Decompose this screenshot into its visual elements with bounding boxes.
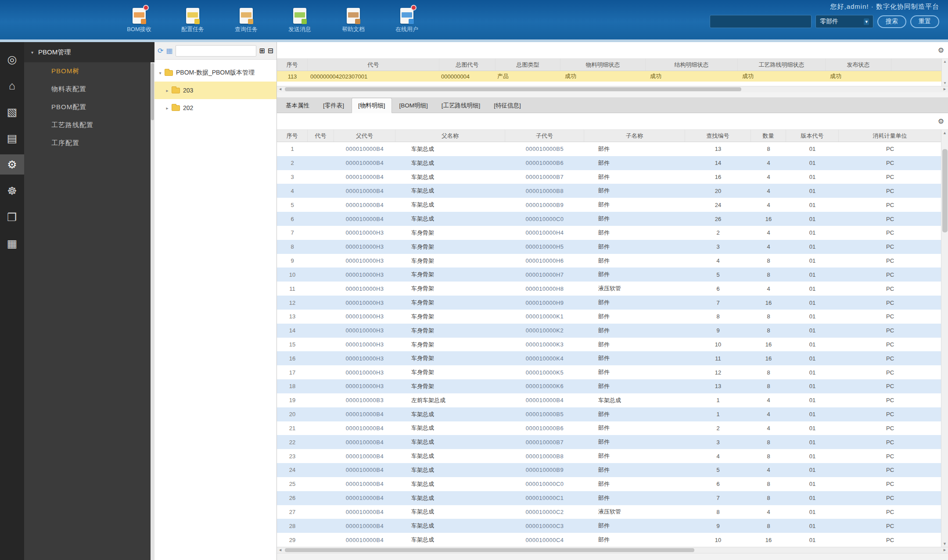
detail-col-5[interactable]: 子名称 — [584, 130, 685, 142]
master-filter-strip[interactable]: ⚙ — [277, 42, 948, 59]
table-row[interactable]: 12000010000H3车身骨架000010000H9部件71601PC — [277, 296, 941, 310]
scroll-down-icon[interactable]: ▼ — [941, 542, 948, 546]
tree-node-203[interactable]: ▸203 — [154, 82, 276, 99]
gear-icon[interactable]: ⚙ — [938, 117, 944, 125]
collapse-all-icon[interactable]: ⊟ — [268, 47, 273, 54]
sidebar-scrollbar[interactable] — [151, 62, 154, 560]
table-row[interactable]: 24000010000B4车架总成000010000B9部件5401PC — [277, 463, 941, 477]
tab-2[interactable]: [物料明细] — [352, 98, 392, 113]
sidebar-item-1[interactable]: 物料表配置 — [24, 80, 154, 98]
detail-col-8[interactable]: 版本代号 — [786, 130, 839, 142]
table-row[interactable]: 14000010000H3车身骨架000010000K2部件9801PC — [277, 324, 941, 338]
tree-caret-icon[interactable]: ▾ — [157, 71, 163, 75]
scroll-right-icon[interactable]: ► — [943, 548, 947, 552]
detail-filter-strip[interactable]: ⚙ — [277, 113, 948, 130]
help-doc-button[interactable]: 帮助文档 — [336, 8, 370, 33]
tab-3[interactable]: [BOM明细] — [393, 98, 434, 113]
master-col-0[interactable]: 序号 — [277, 59, 308, 71]
master-grid-vscroll[interactable]: ▲ ▼ — [941, 59, 948, 86]
detail-grid-vscrollbar[interactable]: ▲ ▼ — [941, 130, 948, 547]
detail-col-1[interactable]: 代号 — [308, 130, 334, 142]
nav-reports[interactable]: ▧ — [0, 102, 24, 122]
table-row[interactable]: 28000010000B4车架总成000010000C3部件9801PC — [277, 519, 941, 533]
detail-col-7[interactable]: 数量 — [751, 130, 786, 142]
table-row[interactable]: 15000010000H3车身骨架000010000K3部件101601PC — [277, 338, 941, 352]
nav-data[interactable]: ▤ — [0, 128, 24, 148]
table-row[interactable]: 22000010000B4车架总成000010000B7部件3801PC — [277, 435, 941, 449]
table-row[interactable]: 21000010000B4车架总成000010000B6部件2401PC — [277, 421, 941, 435]
tree-filter-icon[interactable]: ▦ — [166, 47, 172, 54]
tab-4[interactable]: [工艺路线明细] — [435, 98, 487, 113]
table-row[interactable]: 19000010000B3左前车架总成000010000B4车架总成1401PC — [277, 393, 941, 407]
scroll-left-icon[interactable]: ◄ — [278, 548, 282, 552]
tree-root-node[interactable]: ▾ PBOM-数据_PBOM版本管理 — [154, 64, 276, 82]
tree-search-input[interactable] — [176, 45, 257, 57]
table-row[interactable]: 3000010000B4车架总成000010000B7部件16401PC — [277, 170, 941, 184]
nav-account[interactable]: ▦ — [0, 233, 24, 253]
sidebar-item-2[interactable]: PBOM配置 — [24, 98, 154, 116]
tab-5[interactable]: [特征信息] — [488, 98, 527, 113]
nav-process[interactable]: ⚙ — [0, 154, 24, 175]
table-row[interactable]: 11000010000H3车身骨架000010000H8液压软管6401PC — [277, 282, 941, 296]
tree-node-202[interactable]: ▸202 — [154, 99, 276, 117]
table-row[interactable]: 8000010000H3车身骨架000010000H5部件3401PC — [277, 240, 941, 254]
detail-col-0[interactable]: 序号 — [277, 130, 308, 142]
table-row[interactable]: 7000010000H3车身骨架000010000H4部件2401PC — [277, 226, 941, 240]
table-row[interactable]: 23000010000B4车架总成000010000B8部件4801PC — [277, 449, 941, 463]
nav-settings[interactable]: ☸ — [0, 181, 24, 201]
table-row[interactable]: 1000010000B4车架总成000010000B5部件13801PC — [277, 142, 941, 156]
master-row-selected[interactable]: 113000000004202307001000000004产品成功成功成功成功 — [277, 71, 948, 82]
master-col-4[interactable]: 物料明细状态 — [560, 59, 646, 71]
tab-1[interactable]: [零件表] — [317, 98, 350, 113]
expand-all-icon[interactable]: ⊞ — [259, 47, 265, 54]
reset-button[interactable]: 重置 — [910, 15, 939, 28]
table-row[interactable]: 20000010000B4车架总成000010000B5部件1401PC — [277, 407, 941, 421]
master-col-5[interactable]: 结构明细状态 — [646, 59, 738, 71]
master-hscroll-thumb[interactable] — [285, 87, 741, 91]
detail-grid-hscrollbar[interactable]: ◄ ► — [277, 547, 948, 553]
tree-caret-icon[interactable]: ▸ — [164, 88, 170, 93]
table-row[interactable]: 9000010000H3车身骨架000010000H6部件4801PC — [277, 254, 941, 268]
global-search-input[interactable] — [710, 15, 812, 28]
query-task-button[interactable]: 查询任务 — [229, 8, 263, 33]
table-row[interactable]: 17000010000H3车身骨架000010000K5部件12801PC — [277, 365, 941, 379]
nav-home[interactable]: ⌂ — [0, 75, 24, 96]
gear-icon[interactable]: ⚙ — [938, 46, 944, 54]
master-col-8[interactable] — [891, 59, 948, 71]
master-grid-hscrollbar[interactable]: ◄ ► — [277, 86, 948, 92]
table-row[interactable]: 16000010000H3车身骨架000010000K4部件111601PC — [277, 351, 941, 365]
search-scope-dropdown[interactable]: 零部件 ▾ — [815, 15, 873, 28]
detail-vscroll-thumb[interactable] — [942, 149, 948, 232]
scroll-up-icon[interactable]: ▲ — [941, 131, 948, 135]
table-row[interactable]: 27000010000B4车架总成000010000C2液压软管8401PC — [277, 505, 941, 519]
detail-col-3[interactable]: 父名称 — [395, 130, 505, 142]
detail-col-4[interactable]: 子代号 — [505, 130, 584, 142]
master-col-2[interactable]: 总图代号 — [439, 59, 496, 71]
detail-col-9[interactable]: 消耗计量单位 — [839, 130, 941, 142]
detail-hscroll-thumb[interactable] — [285, 548, 694, 552]
sidebar-scroll-thumb[interactable] — [151, 63, 154, 120]
scroll-left-icon[interactable]: ◄ — [278, 87, 282, 91]
tree-refresh-icon[interactable]: ⟳ — [158, 47, 163, 54]
sidebar-group-header[interactable]: ▾ PBOM管理 — [24, 42, 154, 62]
table-row[interactable]: 26000010000B4车架总成000010000C1部件7801PC — [277, 491, 941, 505]
table-row[interactable]: 10000010000H3车身骨架000010000H7部件5801PC — [277, 268, 941, 282]
sidebar-item-4[interactable]: 工序配置 — [24, 134, 154, 152]
scroll-right-icon[interactable]: ► — [943, 87, 947, 91]
table-row[interactable]: 18000010000H3车身骨架000010000K6部件13801PC — [277, 379, 941, 393]
sidebar-item-0[interactable]: PBOM树 — [24, 62, 154, 80]
nav-search-globe[interactable]: ◎ — [0, 49, 24, 69]
sidebar-item-3[interactable]: 工艺路线配置 — [24, 116, 154, 134]
master-col-1[interactable]: 代号 — [308, 59, 439, 71]
online-users-button[interactable]: 在线用户 — [390, 8, 424, 33]
table-row[interactable]: 13000010000H3车身骨架000010000K1部件8801PC — [277, 310, 941, 324]
table-row[interactable]: 29000010000B4车架总成000010000C4部件101601PC — [277, 533, 941, 547]
config-task-button[interactable]: 配置任务 — [176, 8, 210, 33]
scroll-down-icon[interactable]: ▼ — [943, 81, 947, 85]
tab-0[interactable]: 基本属性 — [280, 98, 316, 113]
table-row[interactable]: 6000010000B4车架总成000010000C0部件261601PC — [277, 212, 941, 226]
table-row[interactable]: 25000010000B4车架总成000010000C0部件6801PC — [277, 477, 941, 491]
table-row[interactable]: 2000010000B4车架总成000010000B6部件14401PC — [277, 156, 941, 170]
nav-library[interactable]: ❐ — [0, 207, 24, 227]
send-message-button[interactable]: 发送消息 — [283, 8, 317, 33]
